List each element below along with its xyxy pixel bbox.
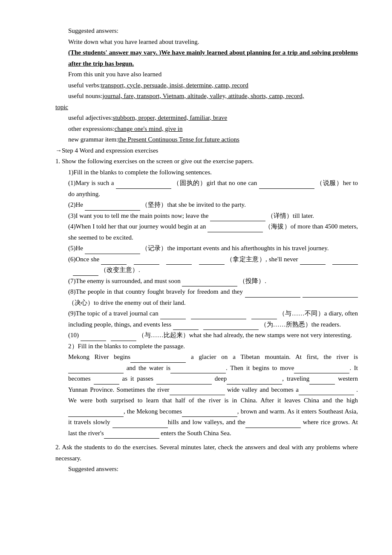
q1-blank1[interactable] <box>116 182 171 189</box>
q3-text: (3)I want you to tell me the main points… <box>68 212 209 219</box>
other-expr-list: change one's mind, give in <box>115 125 183 132</box>
q6-blank1[interactable] <box>101 258 127 265</box>
useful-adj-list: stubborn, proper, determined, familiar, … <box>113 114 228 121</box>
students-answer-line: (The students' answer may vary. )We have… <box>55 47 358 69</box>
q6-mid-text: （拿定主意）, she'll never <box>226 256 298 263</box>
passage-blank9[interactable] <box>170 389 225 395</box>
passage-blank4[interactable] <box>294 367 349 373</box>
passage-line-1: Mekong River begins a glacier on a Tibet… <box>55 352 358 439</box>
from-this-text: From this unit you have also learned <box>68 71 161 78</box>
students-answer-text: (The students' answer may vary. )We have… <box>68 49 358 67</box>
useful-verbs-line: useful verbs:transport, cycle, persuade,… <box>55 80 358 91</box>
suggested-answers-label-2: Suggested answers: <box>55 464 358 475</box>
passage-blank3[interactable] <box>170 367 226 373</box>
q10-blank1[interactable] <box>81 335 106 341</box>
q8-blank2[interactable] <box>303 291 358 298</box>
new-grammar-list: the Present Continuous Tense for future … <box>118 136 239 143</box>
passage-blank2[interactable] <box>68 367 124 373</box>
useful-verbs-label: useful verbs: <box>68 82 101 89</box>
q8-text: (8)The people in that country fought bra… <box>68 288 243 295</box>
q7-blank[interactable] <box>182 280 237 286</box>
q4-text: (4)When I told her that our journey woul… <box>68 223 206 230</box>
q4-line: (4)When I told her that our journey woul… <box>55 221 358 243</box>
q5-blank[interactable] <box>85 248 140 254</box>
step4-1-1-line: 1)Fill in the blanks to complete the fol… <box>55 167 358 178</box>
q1-blank2[interactable] <box>259 182 314 189</box>
q6-blank2[interactable] <box>134 258 159 265</box>
q6-blank4[interactable] <box>199 258 225 265</box>
passage-blank1[interactable] <box>130 356 186 363</box>
q1-text: (1)Mary is such a <box>68 179 114 186</box>
step4-line: →Step 4 Word and expression exercises <box>55 145 358 156</box>
q3-line: (3)I want you to tell me the main points… <box>55 211 358 222</box>
q4-blank[interactable] <box>208 226 263 232</box>
passage-blank7[interactable] <box>227 378 282 384</box>
q7-text: (7)The enemy is surrounded, and must soo… <box>68 278 181 284</box>
q6-blank6[interactable] <box>332 258 358 265</box>
q5-mid-text: （记录）the important events and his afterth… <box>141 245 329 251</box>
passage-blank8[interactable] <box>309 378 335 384</box>
write-down-text: Write down what you have learned about t… <box>68 38 199 45</box>
q2-mid-text: （坚持）that she be invited to the party. <box>141 201 245 208</box>
useful-verbs-list: transport, cycle, persuade, insist, dete… <box>101 82 248 89</box>
q9-blank5[interactable] <box>203 324 259 330</box>
passage-blank12[interactable] <box>182 410 237 417</box>
q9-end-text: （为……所熟悉）the readers. <box>260 321 341 328</box>
passage-blank10[interactable] <box>299 389 354 395</box>
q2-text: (2)He <box>68 201 83 208</box>
q8-blank1[interactable] <box>245 291 300 298</box>
q2-blank[interactable] <box>85 204 140 211</box>
q9-blank4[interactable] <box>173 324 199 330</box>
passage-blank6[interactable] <box>156 378 212 384</box>
step4-ask-text: 2. Ask the students to do the exercises.… <box>55 444 358 462</box>
useful-nouns-list: journal, fare, transport, Vietnam, altit… <box>102 92 304 99</box>
q1-line: (1)Mary is such a （固执的）girl that no one … <box>55 178 358 199</box>
suggested-answers-text-1: Suggested answers: <box>68 27 118 34</box>
q6-blank3[interactable] <box>166 258 192 265</box>
step4-1-line: 1. Show the following exercises on the s… <box>55 156 358 167</box>
other-expr-label: other expressions: <box>68 125 115 132</box>
step4-ask-line: 2. Ask the students to do the exercises.… <box>55 442 358 464</box>
new-grammar-label: new grammar item: <box>68 136 118 143</box>
q8-mid-text: （决心）to drive the enemy out of their land… <box>68 299 186 306</box>
q2-line: (2)He （坚持）that she be invited to the par… <box>55 199 358 211</box>
useful-adj-label: useful adjectives: <box>68 114 113 121</box>
useful-adj-line: useful adjectives:stubborn, proper, dete… <box>55 113 358 124</box>
q9-blank1[interactable] <box>160 313 186 319</box>
useful-nouns-label: useful nouns: <box>68 92 102 99</box>
q9-blank2[interactable] <box>191 313 246 319</box>
other-expr-line: other expressions:change one's mind, giv… <box>55 124 358 135</box>
q5-text: (5)He <box>68 245 83 251</box>
passage-blank14[interactable] <box>245 422 301 428</box>
q3-blank[interactable] <box>210 215 265 221</box>
q6-text: (6)Once she <box>68 256 99 263</box>
q10-line: (10) （与……比起来）what she had already, the n… <box>55 330 358 341</box>
q10-blank2[interactable] <box>111 335 136 341</box>
q7-mid-text: （投降）. <box>239 278 266 284</box>
step4-text: →Step 4 Word and expression exercises <box>55 147 158 154</box>
useful-nouns-line: useful nouns:journal, fare, transport, V… <box>55 91 358 102</box>
from-this-line: From this unit you have also learned <box>55 69 358 80</box>
q6-blank7[interactable] <box>73 269 98 276</box>
step4-1-text: 1. Show the following exercises on the s… <box>55 158 254 165</box>
q8-line: (8)The people in that country fought bra… <box>55 286 358 308</box>
q10-mid-text: （与……比起来）what she had already, the new st… <box>138 332 352 338</box>
main-content: Suggested answers: Write down what you h… <box>55 26 358 475</box>
q6-line: (6)Once she （拿定主意）, she'll never （改变主意）. <box>55 254 358 276</box>
q9-blank3[interactable] <box>251 313 277 319</box>
topic-text: topic <box>55 104 68 110</box>
new-grammar-line: new grammar item:the Present Continuous … <box>55 134 358 145</box>
q5-line: (5)He （记录）the important events and his a… <box>55 243 358 254</box>
q6-blank5[interactable] <box>300 258 326 265</box>
useful-nouns-topic-line: topic <box>55 102 358 113</box>
step4-2-line: 2）Fill in the blanks to complete the pas… <box>55 341 358 352</box>
q9-text: (9)The topic of a travel journal can <box>68 310 159 317</box>
step4-2-text: 2）Fill in the blanks to complete the pas… <box>68 343 185 350</box>
passage-blank13[interactable] <box>112 422 168 428</box>
write-down-line: Write down what you have learned about t… <box>55 37 358 48</box>
passage-blank15[interactable] <box>104 432 159 439</box>
passage-blank5[interactable] <box>94 378 119 384</box>
q10-text: (10) <box>68 332 79 338</box>
q7-line: (7)The enemy is surrounded, and must soo… <box>55 276 358 287</box>
passage-blank11[interactable] <box>68 410 124 417</box>
